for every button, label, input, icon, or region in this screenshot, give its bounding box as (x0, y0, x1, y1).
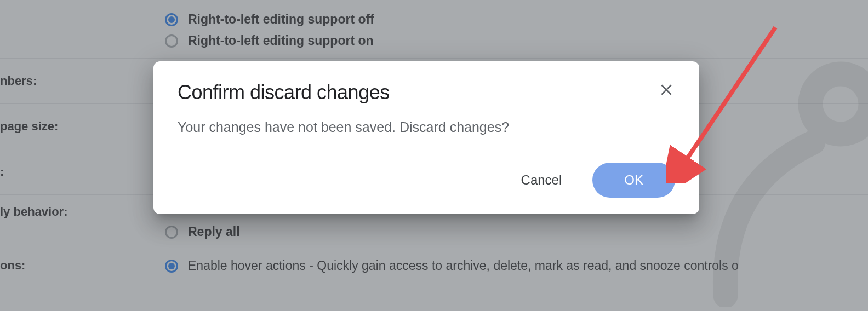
confirm-dialog: Confirm discard changes Your changes hav… (153, 61, 699, 214)
cancel-button[interactable]: Cancel (510, 166, 573, 194)
close-button[interactable] (658, 81, 675, 99)
dialog-message: Your changes have not been saved. Discar… (178, 119, 675, 135)
close-icon (659, 83, 673, 97)
dialog-title: Confirm discard changes (178, 81, 390, 104)
ok-button[interactable]: OK (592, 163, 675, 198)
